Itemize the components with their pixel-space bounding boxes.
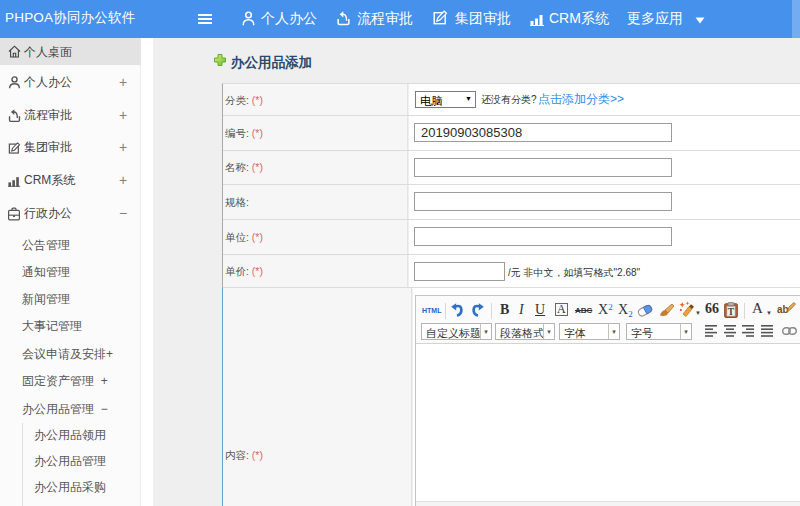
svg-text:T: T <box>728 307 735 317</box>
